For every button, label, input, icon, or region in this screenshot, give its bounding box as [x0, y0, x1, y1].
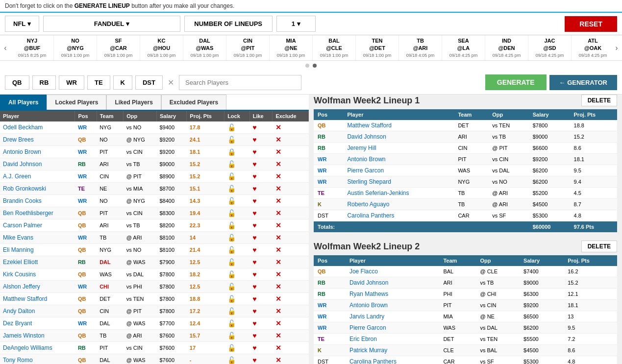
player-lock[interactable]: 🔓: [224, 170, 250, 183]
player-lock[interactable]: 🔓: [224, 244, 250, 256]
pos-btn-rb[interactable]: RB: [32, 75, 56, 90]
site-selector[interactable]: FANDUEL ▾: [43, 16, 180, 32]
lineup-player[interactable]: Roberto Aguayo: [343, 199, 454, 210]
player-lock[interactable]: 🔒: [224, 146, 250, 158]
search-input[interactable]: [179, 75, 301, 90]
player-lock[interactable]: 🔓: [224, 207, 250, 219]
player-name[interactable]: Jameis Winston: [0, 330, 75, 342]
game-card[interactable]: JAC@SD09/18 4:25 pm: [528, 35, 572, 60]
player-exclude[interactable]: ✕: [273, 281, 309, 293]
player-name[interactable]: Drew Brees: [0, 134, 75, 146]
player-exclude[interactable]: ✕: [273, 170, 309, 183]
player-like[interactable]: ♥: [249, 268, 273, 281]
player-lock[interactable]: 🔓: [224, 268, 250, 281]
player-like[interactable]: ♥: [249, 317, 273, 330]
player-name[interactable]: Mike Evans: [0, 232, 75, 244]
player-like[interactable]: ♥: [249, 330, 273, 342]
player-name[interactable]: Tony Romo: [0, 354, 75, 364]
lineup-player[interactable]: Ryan Mathews: [346, 289, 439, 300]
generator-button[interactable]: ← GENERATOR: [549, 75, 617, 90]
pos-btn-wr[interactable]: WR: [59, 75, 84, 90]
games-next-arrow[interactable]: ›: [611, 39, 622, 57]
player-exclude[interactable]: ✕: [273, 158, 309, 170]
player-lock[interactable]: 🔓: [224, 134, 250, 146]
player-name[interactable]: Dez Bryant: [0, 317, 75, 330]
games-prev-arrow[interactable]: ‹: [0, 39, 11, 57]
player-exclude[interactable]: ✕: [273, 219, 309, 232]
lineup-player[interactable]: Pierre Garcon: [343, 165, 454, 176]
game-card[interactable]: NO@NYG09/18 1:00 pm: [54, 35, 97, 60]
player-like[interactable]: ♥: [249, 244, 273, 256]
player-exclude[interactable]: ✕: [273, 342, 309, 354]
player-exclude[interactable]: ✕: [273, 146, 309, 158]
tab-locked-players[interactable]: Locked Players: [47, 95, 106, 110]
player-name[interactable]: Andy Dalton: [0, 305, 75, 317]
player-like[interactable]: ♥: [249, 183, 273, 195]
lineup-player[interactable]: Eric Ebron: [346, 334, 439, 345]
pos-btn-k[interactable]: K: [113, 75, 132, 90]
game-card[interactable]: MIA@NE09/18 1:00 pm: [270, 35, 313, 60]
lineup-player[interactable]: Carolina Panthers: [343, 210, 454, 221]
player-lock[interactable]: 🔓: [224, 183, 250, 195]
player-exclude[interactable]: ✕: [273, 305, 309, 317]
player-like[interactable]: ♥: [249, 342, 273, 354]
player-lock[interactable]: 🔓: [224, 305, 250, 317]
player-exclude[interactable]: ✕: [273, 293, 309, 305]
player-like[interactable]: ♥: [249, 207, 273, 219]
reset-button[interactable]: RESET: [565, 16, 617, 32]
generate-button[interactable]: GENERATE: [485, 74, 547, 90]
lineup-player[interactable]: Sterling Shepard: [343, 176, 454, 188]
player-like[interactable]: ♥: [249, 256, 273, 268]
player-lock[interactable]: 🔓: [224, 330, 250, 342]
player-name[interactable]: Matthew Stafford: [0, 293, 75, 305]
player-lock[interactable]: 🔓: [224, 195, 250, 207]
lineup-player[interactable]: Patrick Murray: [346, 345, 439, 356]
tab-liked-players[interactable]: Liked Players: [106, 95, 161, 110]
player-like[interactable]: ♥: [249, 293, 273, 305]
tab-all-players[interactable]: All Players: [0, 95, 47, 110]
clear-filter-icon[interactable]: ✕: [166, 78, 176, 87]
pos-btn-dst[interactable]: DST: [135, 75, 163, 90]
player-like[interactable]: ♥: [249, 305, 273, 317]
player-name[interactable]: Kirk Cousins: [0, 268, 75, 281]
player-exclude[interactable]: ✕: [273, 121, 309, 134]
player-like[interactable]: ♥: [249, 121, 273, 134]
player-like[interactable]: ♥: [249, 195, 273, 207]
player-name[interactable]: Alshon Jeffery: [0, 281, 75, 293]
player-lock[interactable]: 🔓: [224, 219, 250, 232]
game-card[interactable]: SF@CAR09/18 1:00 pm: [97, 35, 140, 60]
player-like[interactable]: ♥: [249, 232, 273, 244]
player-exclude[interactable]: ✕: [273, 183, 309, 195]
player-exclude[interactable]: ✕: [273, 330, 309, 342]
game-card[interactable]: SEA@LA09/18 4:25 pm: [442, 35, 485, 60]
league-selector[interactable]: NFL ▾: [5, 16, 39, 32]
game-card[interactable]: NYJ@BUF09/15 8:25 pm: [11, 35, 54, 60]
tab-excluded-players[interactable]: Excluded Players: [161, 95, 226, 110]
game-card[interactable]: BAL@CLE09/18 1:00 pm: [313, 35, 356, 60]
pos-btn-qb[interactable]: QB: [5, 75, 29, 90]
player-exclude[interactable]: ✕: [273, 244, 309, 256]
player-exclude[interactable]: ✕: [273, 354, 309, 364]
lineup-2-delete-button[interactable]: DELETE: [581, 241, 617, 252]
player-like[interactable]: ♥: [249, 281, 273, 293]
player-name[interactable]: Carson Palmer: [0, 219, 75, 232]
player-exclude[interactable]: ✕: [273, 195, 309, 207]
player-name[interactable]: Brandin Cooks: [0, 195, 75, 207]
lineup-player[interactable]: Austin Seferian-Jenkins: [343, 188, 454, 199]
player-name[interactable]: David Johnson: [0, 158, 75, 170]
player-name[interactable]: Rob Gronkowski: [0, 183, 75, 195]
game-card[interactable]: ATL@OAK09/18 4:25 pm: [572, 35, 611, 60]
player-name[interactable]: Ben Roethlisberger: [0, 207, 75, 219]
player-exclude[interactable]: ✕: [273, 232, 309, 244]
player-like[interactable]: ♥: [249, 134, 273, 146]
player-name[interactable]: A.J. Green: [0, 170, 75, 183]
game-card[interactable]: KC@HOU09/18 1:00 pm: [140, 35, 183, 60]
lineup-player[interactable]: David Johnson: [343, 131, 454, 143]
player-name[interactable]: Ezekiel Elliott: [0, 256, 75, 268]
player-lock[interactable]: 🔓: [224, 121, 250, 134]
player-name[interactable]: Odell Beckham: [0, 121, 75, 134]
player-like[interactable]: ♥: [249, 146, 273, 158]
lineup-player[interactable]: David Johnson: [346, 277, 439, 289]
player-exclude[interactable]: ✕: [273, 256, 309, 268]
lineup-player[interactable]: Antonio Brown: [343, 154, 454, 165]
